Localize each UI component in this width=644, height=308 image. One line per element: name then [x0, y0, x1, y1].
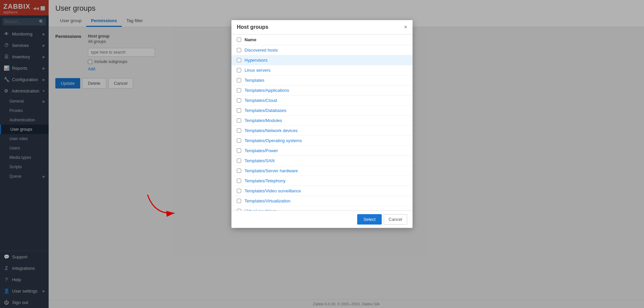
item-name: Templates/Server hardware	[245, 168, 298, 173]
item-name: Templates/Applications	[245, 88, 289, 93]
item-name: Discovered hosts	[245, 48, 278, 53]
modal-list-item[interactable]: Virtual machines	[231, 206, 413, 210]
modal-list: Discovered hostsHypervisorsLinux servers…	[231, 45, 413, 210]
item-checkbox[interactable]	[237, 108, 241, 113]
modal-overlay[interactable]: Host groups × Name Discovered hostsHyper…	[0, 0, 644, 308]
modal-cancel-button[interactable]: Cancel	[384, 214, 407, 225]
item-name: Templates/Network devices	[245, 128, 298, 133]
modal-list-item[interactable]: Templates/Virtualization	[231, 196, 413, 206]
item-checkbox[interactable]	[237, 98, 241, 103]
modal-list-item[interactable]: Templates/Databases	[231, 106, 413, 116]
modal-list-item[interactable]: Templates	[231, 75, 413, 85]
modal-list-item[interactable]: Linux servers	[231, 65, 413, 75]
modal-list-header: Name	[231, 35, 413, 45]
item-checkbox[interactable]	[237, 169, 241, 173]
modal-list-item[interactable]: Templates/SAN	[231, 156, 413, 166]
item-checkbox[interactable]	[237, 179, 241, 183]
item-name: Templates/SAN	[245, 158, 275, 163]
item-name: Templates/Video surveillance	[245, 188, 301, 193]
item-name: Templates	[245, 78, 264, 83]
modal-footer: Select Cancel	[231, 210, 413, 228]
modal-list-item[interactable]: Discovered hosts	[231, 45, 413, 55]
modal-list-item[interactable]: Templates/Telephony	[231, 176, 413, 186]
host-groups-modal: Host groups × Name Discovered hostsHyper…	[231, 20, 413, 228]
modal-body: Name Discovered hostsHypervisorsLinux se…	[231, 35, 413, 210]
modal-title: Host groups	[237, 24, 268, 30]
item-name: Templates/Databases	[245, 108, 286, 113]
modal-list-item[interactable]: Templates/Server hardware	[231, 166, 413, 176]
modal-list-item[interactable]: Templates/Applications	[231, 85, 413, 96]
item-checkbox[interactable]	[237, 148, 241, 153]
modal-list-item[interactable]: Templates/Modules	[231, 116, 413, 126]
modal-list-item[interactable]: Templates/Video surveillance	[231, 186, 413, 196]
modal-list-item[interactable]: Templates/Cloud	[231, 96, 413, 106]
modal-list-item[interactable]: Templates/Network devices	[231, 126, 413, 136]
item-checkbox[interactable]	[237, 128, 241, 133]
modal-list-item[interactable]: Hypervisors	[231, 55, 413, 65]
modal-header: Host groups ×	[231, 20, 413, 35]
item-checkbox[interactable]	[237, 199, 241, 203]
modal-list-item[interactable]: Templates/Power	[231, 146, 413, 156]
item-checkbox[interactable]	[237, 88, 241, 93]
item-name: Templates/Operating systems	[245, 138, 302, 143]
item-name: Templates/Cloud	[245, 98, 277, 103]
item-name: Templates/Modules	[245, 118, 282, 123]
select-button[interactable]: Select	[357, 214, 381, 225]
item-checkbox[interactable]	[237, 68, 241, 72]
item-name: Hypervisors	[245, 58, 268, 63]
item-checkbox[interactable]	[237, 78, 241, 82]
name-column-header: Name	[245, 37, 256, 42]
modal-list-item[interactable]: Templates/Operating systems	[231, 136, 413, 146]
select-all-checkbox[interactable]	[237, 38, 241, 42]
item-name: Templates/Power	[245, 148, 278, 153]
item-name: Templates/Telephony	[245, 178, 285, 183]
item-name: Linux servers	[245, 68, 270, 73]
item-checkbox[interactable]	[237, 138, 241, 143]
item-checkbox[interactable]	[237, 189, 241, 193]
item-name: Templates/Virtualization	[245, 198, 290, 203]
item-checkbox[interactable]	[237, 159, 241, 163]
item-checkbox[interactable]	[237, 118, 241, 123]
item-checkbox[interactable]	[237, 48, 241, 52]
modal-close-button[interactable]: ×	[404, 24, 407, 30]
item-checkbox[interactable]	[237, 58, 241, 62]
